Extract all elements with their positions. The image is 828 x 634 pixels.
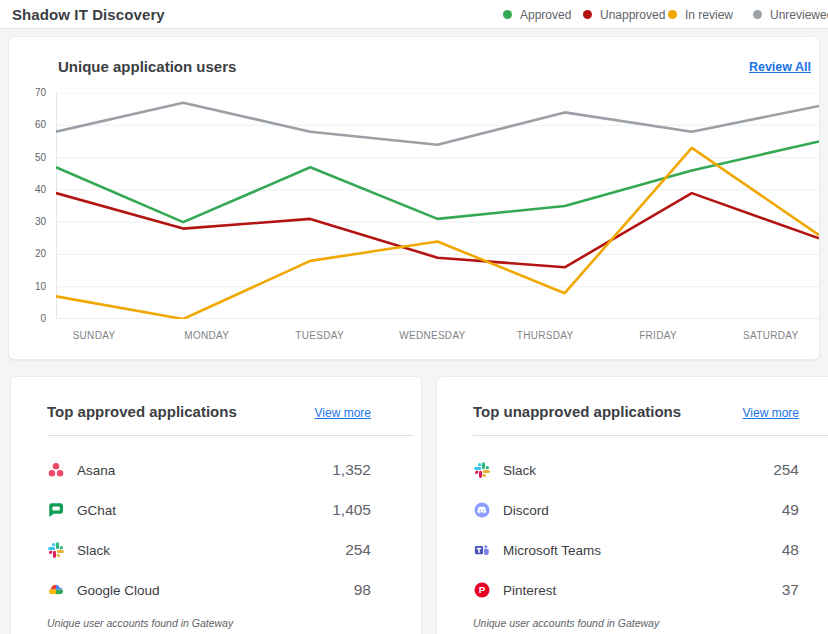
top-unapproved-applications-card: Top unapproved applications View more Sl… [436, 376, 828, 634]
slack-icon [47, 541, 65, 559]
y-axis-label: 20 [9, 248, 46, 260]
legend-item-approved: Approved [503, 0, 571, 29]
review-all-link[interactable]: Review All [749, 60, 811, 74]
app-name: Microsoft Teams [503, 543, 601, 558]
series-line-unapproved [56, 193, 819, 267]
x-axis-label: FRIDAY [639, 330, 677, 341]
discord-icon [473, 501, 491, 519]
chart-card-title: Unique application users [58, 58, 236, 75]
y-axis-label: 40 [9, 184, 46, 196]
card-title: Top unapproved applications [473, 403, 743, 420]
y-axis-label: 70 [9, 87, 46, 99]
app-row-slack[interactable]: Slack 254 [47, 530, 371, 570]
app-row-slack[interactable]: Slack 254 [473, 450, 799, 490]
page-header: Shadow IT Discovery Approved Unapproved … [0, 0, 828, 29]
legend-label-in-review: In review [685, 8, 733, 22]
app-rows: Asana 1,352 GChat 1,405 Slack 254 [47, 450, 371, 610]
legend-label-approved: Approved [520, 8, 571, 22]
page-title: Shadow IT Discovery [12, 6, 165, 23]
y-axis-label: 60 [9, 119, 46, 131]
screen: Shadow IT Discovery Approved Unapproved … [0, 0, 828, 634]
line-chart-plot[interactable] [56, 93, 819, 319]
legend-item-unapproved: Unapproved [583, 0, 665, 29]
app-name: GChat [77, 503, 116, 518]
pinterest-icon: P [473, 581, 491, 599]
view-more-link[interactable]: View more [315, 406, 371, 420]
app-row-pinterest[interactable]: P Pinterest 37 [473, 570, 799, 610]
x-axis-label: SATURDAY [743, 330, 798, 341]
y-axis-label: 30 [9, 216, 46, 228]
x-axis-label: THURSDAY [517, 330, 574, 341]
app-count: 49 [782, 501, 799, 519]
x-axis-label: WEDNESDAY [399, 330, 465, 341]
legend-item-in-review: In review [668, 0, 733, 29]
series-line-approved [56, 141, 819, 222]
google-cloud-icon [47, 581, 65, 599]
app-name: Google Cloud [77, 583, 160, 598]
legend-item-unreviewed: Unreviewed [753, 0, 828, 29]
app-row-google-cloud[interactable]: Google Cloud 98 [47, 570, 371, 610]
card-title: Top approved applications [47, 403, 315, 420]
x-axis-label: TUESDAY [295, 330, 344, 341]
unreviewed-dot [753, 10, 762, 19]
series-line-unreviewed [56, 103, 819, 145]
app-rows: Slack 254 Discord 49 Microsoft Teams 48 [473, 450, 799, 610]
app-count: 37 [782, 581, 799, 599]
divider [473, 435, 828, 436]
app-count: 254 [773, 461, 799, 479]
card-header: Top unapproved applications View more [473, 403, 799, 420]
svg-text:P: P [479, 584, 486, 595]
slack-icon [473, 461, 491, 479]
in-review-dot [668, 10, 677, 19]
microsoft-teams-icon [473, 541, 491, 559]
app-row-asana[interactable]: Asana 1,352 [47, 450, 371, 490]
app-name: Pinterest [503, 583, 556, 598]
app-row-discord[interactable]: Discord 49 [473, 490, 799, 530]
view-more-link[interactable]: View more [743, 406, 799, 420]
y-axis-label: 10 [9, 281, 46, 293]
app-name: Slack [503, 463, 536, 478]
card-footnote: Unique user accounts found in Gateway [473, 617, 799, 629]
unapproved-dot [583, 10, 592, 19]
y-axis-label: 0 [9, 313, 46, 325]
y-axis-label: 50 [9, 152, 46, 164]
gchat-icon [47, 501, 65, 519]
app-count: 254 [345, 541, 371, 559]
series-line-in-review [56, 148, 819, 319]
app-count: 1,352 [332, 461, 371, 479]
app-count: 48 [782, 541, 799, 559]
chart-card: Unique application users Review All 0102… [8, 36, 820, 360]
app-row-microsoft-teams[interactable]: Microsoft Teams 48 [473, 530, 799, 570]
asana-icon [47, 461, 65, 479]
app-name: Slack [77, 543, 110, 558]
line-chart-svg [56, 93, 819, 319]
app-name: Asana [77, 463, 115, 478]
legend-label-unapproved: Unapproved [600, 8, 665, 22]
top-approved-applications-card: Top approved applications View more Asan… [10, 376, 422, 634]
card-header: Top approved applications View more [47, 403, 371, 420]
app-count: 1,405 [332, 501, 371, 519]
app-count: 98 [354, 581, 371, 599]
divider [47, 435, 413, 436]
approved-dot [503, 10, 512, 19]
card-footnote: Unique user accounts found in Gateway [47, 617, 371, 629]
app-name: Discord [503, 503, 549, 518]
x-axis-label: SUNDAY [73, 330, 116, 341]
app-row-gchat[interactable]: GChat 1,405 [47, 490, 371, 530]
x-axis-label: MONDAY [184, 330, 229, 341]
legend-label-unreviewed: Unreviewed [770, 8, 828, 22]
